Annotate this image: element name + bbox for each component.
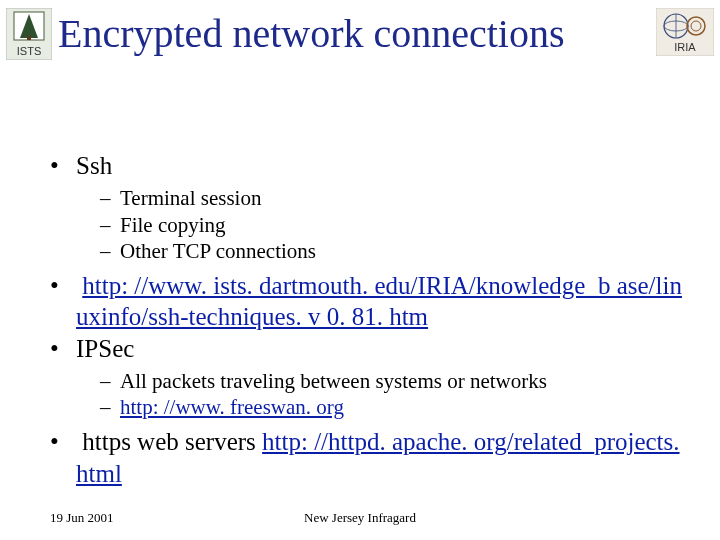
sub-terminal-session: Terminal session [100,185,690,211]
sub-ipsec-desc: All packets traveling between systems or… [100,368,690,394]
slide-content: Ssh Terminal session File copying Other … [50,150,690,489]
sub-file-copying: File copying [100,212,690,238]
bullet-ssh-text: Ssh [76,152,112,179]
bullet-ssh: Ssh Terminal session File copying Other … [50,150,690,264]
slide-title: Encrypted network connections [58,10,565,57]
bullet-ipsec-text: IPSec [76,335,134,362]
iria-logo-caption: IRIA [674,41,696,53]
ists-logo-caption: ISTS [17,45,41,57]
bullet-ipsec: IPSec All packets traveling between syst… [50,333,690,421]
sub-ipsec-link-item: http: //www. freeswan. org [100,394,690,420]
footer-center: New Jersey Infragard [0,510,720,526]
link-ssh-techniques[interactable]: http: //www. ists. dartmouth. edu/IRIA/k… [76,272,682,330]
svg-rect-3 [27,36,31,40]
sub-other-tcp: Other TCP connections [100,238,690,264]
bullet-link-ssh-techniques: http: //www. ists. dartmouth. edu/IRIA/k… [50,270,690,333]
ists-logo: ISTS [6,8,52,60]
slide-header: ISTS Encrypted network connections IRIA [0,0,720,70]
bullet-https-label: https web servers [82,428,256,455]
bullet-https: https web servers http: //httpd. apache.… [50,426,690,489]
iria-logo: IRIA [656,8,714,56]
link-freeswan[interactable]: http: //www. freeswan. org [120,395,344,419]
